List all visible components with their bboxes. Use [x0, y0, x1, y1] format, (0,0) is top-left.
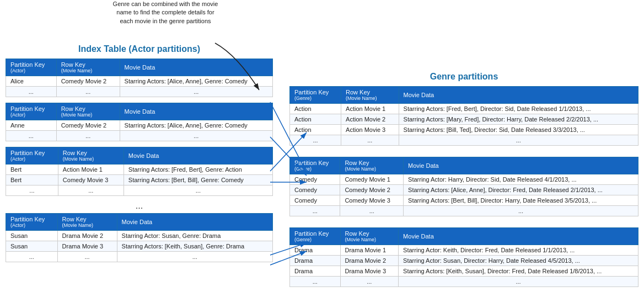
cell: Action Movie 2: [341, 114, 399, 125]
left-panel: Index Table (Actor partitions) Partition…: [3, 6, 273, 293]
cell: ...: [120, 87, 272, 97]
comedy-genre-table: Partition Key(Genre) Row Key(Movie Name)…: [289, 157, 638, 216]
cell: Starring Actors: [Keith, Susan], Genre: …: [117, 241, 272, 252]
col-header-partition-key-2: Partition Key(Actor): [6, 103, 57, 120]
cell: ...: [341, 135, 399, 146]
main-container: Genre can be combined with the movie nam…: [0, 0, 644, 297]
cell: Bert: [6, 165, 58, 175]
table-row-ellipsis: ... ... ...: [6, 87, 273, 97]
action-table-group: Partition Key(Genre) Row Key(Movie Name)…: [289, 86, 638, 146]
cell: ...: [340, 277, 399, 287]
cell: Comedy Movie 2: [340, 185, 404, 195]
cell: ...: [124, 185, 272, 196]
col-header-row-key-3: Row Key(Movie Name): [58, 147, 124, 165]
left-section-title: Index Table (Actor partitions): [6, 44, 273, 54]
annotation-box: Genre can be combined with the movie nam…: [110, 0, 221, 25]
cell: Action Movie 3: [341, 125, 399, 135]
col-header-row-genre-3: Row Key(Movie Name): [340, 228, 399, 245]
col-header-movie-data-genre-1: Movie Data: [399, 87, 638, 104]
col-header-row-key-4: Row Key(Movie Name): [57, 214, 117, 231]
col-header-partition-genre-2: Partition Key(Genre): [290, 157, 340, 174]
cell: Drama Movie 2: [57, 231, 117, 241]
cell: Comedy: [290, 195, 340, 206]
col-header-movie-data-1: Movie Data: [120, 59, 272, 76]
cell: Drama Movie 2: [340, 256, 399, 266]
cell: Starring Actor: Harry, Director: Sid, Da…: [404, 174, 638, 185]
bert-table: Partition Key(Actor) Row Key(Movie Name)…: [6, 147, 273, 196]
col-header-row-genre-1: Row Key(Movie Name): [341, 87, 399, 104]
cell: Starring Actors: [Fred, Bert], Genre: Ac…: [124, 165, 272, 175]
right-panel: Genre partitions Partition Key(Genre) Ro…: [273, 6, 638, 293]
col-header-movie-data-3: Movie Data: [124, 147, 272, 165]
cell: Alice: [6, 76, 57, 87]
cell: Starring Actors: [Bert, Bill], Director:…: [404, 195, 638, 206]
dots-separator: ...: [6, 201, 273, 210]
table-row-ellipsis: ... ... ...: [6, 185, 273, 196]
drama-genre-table: Partition Key(Genre) Row Key(Movie Name)…: [289, 227, 638, 287]
cell: ...: [290, 206, 340, 216]
cell: ...: [56, 87, 120, 97]
table-row: Bert Comedy Movie 3 Starring Actors: [Be…: [6, 175, 273, 185]
cell: Comedy Movie 2: [56, 76, 120, 87]
cell: Drama Movie 3: [340, 266, 399, 277]
alice-table-group: Partition Key(Actor) Row Key(Movie Name)…: [6, 59, 273, 97]
cell: ...: [6, 87, 57, 97]
cell: Starring Actors: [Bert, Bill], Genre: Co…: [124, 175, 272, 185]
cell: Starring Actors: [Alice, Anne], Genre: C…: [120, 120, 272, 131]
cell: ...: [399, 135, 638, 146]
cell: Starring Actors: [Mary, Fred], Director:…: [399, 114, 638, 125]
drama-table-group: Partition Key(Genre) Row Key(Movie Name)…: [289, 227, 638, 287]
cell: ...: [399, 277, 638, 287]
cell: Action Movie 1: [341, 104, 399, 114]
cell: Drama Movie 1: [340, 245, 399, 256]
table-row: Drama Drama Movie 1 Starring Actor: Keit…: [290, 245, 638, 256]
cell: Starring Actors: [Bill, Ted], Director: …: [399, 125, 638, 135]
cell: Starring Actors: [Alice, Anne], Director…: [404, 185, 638, 195]
table-row-ellipsis: ... ... ...: [290, 277, 638, 287]
col-header-row-genre-2: Row Key(Movie Name): [340, 157, 404, 174]
anne-table: Partition Key(Actor) Row Key(Movie Name)…: [6, 103, 273, 141]
cell: Susan: [6, 231, 58, 241]
col-header-partition-key-1: Partition Key(Actor): [6, 59, 57, 76]
table-row: Alice Comedy Movie 2 Starring Actors: [A…: [6, 76, 273, 87]
cell: Starring Actors: [Keith, Susan], Directo…: [399, 266, 638, 277]
bert-table-group: Partition Key(Actor) Row Key(Movie Name)…: [6, 147, 273, 196]
susan-table-group: Partition Key(Actor) Row Key(Movie Name)…: [6, 213, 273, 262]
table-row: Action Action Movie 2 Starring Actors: […: [290, 114, 638, 125]
col-header-partition-key-3: Partition Key(Actor): [6, 147, 58, 165]
cell: Comedy Movie 2: [56, 120, 120, 131]
table-row: Action Action Movie 3 Starring Actors: […: [290, 125, 638, 135]
cell: Drama: [290, 245, 341, 256]
cell: Drama: [290, 256, 341, 266]
table-row: Comedy Comedy Movie 1 Starring Actor: Ha…: [290, 174, 638, 185]
table-row: Action Action Movie 1 Starring Actors: […: [290, 104, 638, 114]
cell: Comedy Movie 1: [340, 174, 404, 185]
table-row-ellipsis: ... ... ...: [6, 131, 273, 141]
cell: ...: [6, 131, 57, 141]
cell: Starring Actor: Susan, Director: Harry, …: [399, 256, 638, 266]
cell: ...: [117, 252, 272, 262]
cell: ...: [57, 252, 117, 262]
table-row-ellipsis: ... ... ...: [6, 252, 273, 262]
alice-table: Partition Key(Actor) Row Key(Movie Name)…: [6, 59, 273, 97]
cell: Comedy Movie 3: [340, 195, 404, 206]
cell: Drama Movie 3: [57, 241, 117, 252]
susan-table: Partition Key(Actor) Row Key(Movie Name)…: [6, 213, 273, 262]
col-header-row-key-2: Row Key(Movie Name): [56, 103, 120, 120]
cell: ...: [290, 277, 341, 287]
table-row-ellipsis: ... ... ...: [290, 206, 638, 216]
table-row: Anne Comedy Movie 2 Starring Actors: [Al…: [6, 120, 273, 131]
table-row: Comedy Comedy Movie 2 Starring Actors: […: [290, 185, 638, 195]
col-header-row-key-1: Row Key(Movie Name): [56, 59, 120, 76]
annotation-text: Genre can be combined with the movie nam…: [113, 1, 218, 24]
cell: ...: [6, 185, 58, 196]
table-row: Comedy Comedy Movie 3 Starring Actors: […: [290, 195, 638, 206]
action-genre-table: Partition Key(Genre) Row Key(Movie Name)…: [289, 86, 638, 146]
cell: Starring Actors: [Fred, Bert], Director:…: [399, 104, 638, 114]
cell: Comedy: [290, 174, 340, 185]
cell: Starring Actors: [Alice, Anne], Genre: C…: [120, 76, 272, 87]
col-header-partition-key-4: Partition Key(Actor): [6, 214, 58, 231]
cell: Action: [290, 114, 341, 125]
table-row: Bert Action Movie 1 Starring Actors: [Fr…: [6, 165, 273, 175]
col-header-partition-genre-1: Partition Key(Genre): [290, 87, 341, 104]
